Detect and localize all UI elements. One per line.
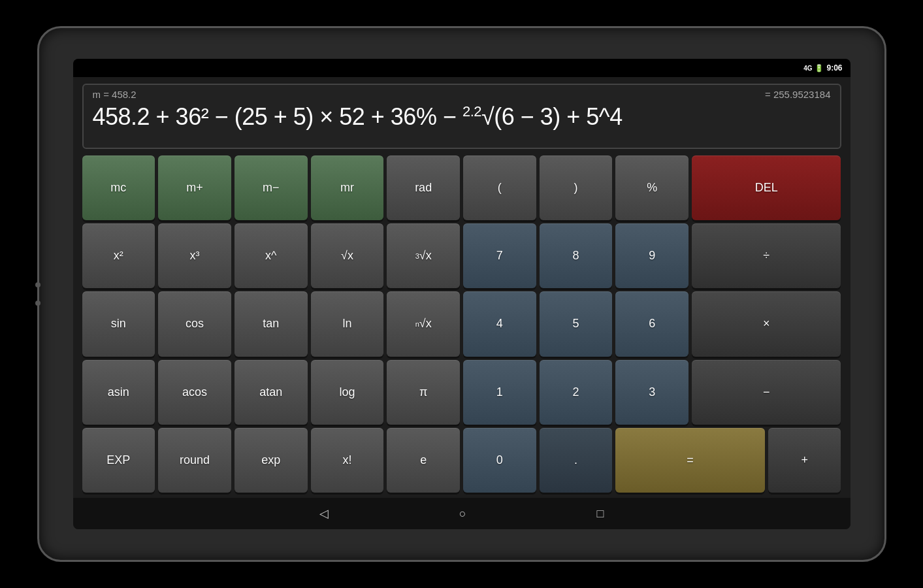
btn-sin[interactable]: sin <box>82 291 155 356</box>
tablet-frame: 4G 🔋 9:06 m = 458.2 = 255.9523184 458.2 … <box>37 26 886 562</box>
nav-recent-icon[interactable]: □ <box>597 507 604 521</box>
display-primary: 458.2 + 36² − (25 + 5) × 52 + 36% − 2.2√… <box>93 103 831 131</box>
side-dot-2 <box>35 301 40 306</box>
btn-pi[interactable]: π <box>387 360 460 425</box>
btn-x2[interactable]: x² <box>82 223 155 288</box>
btn-percent[interactable]: % <box>615 155 688 220</box>
btn-del[interactable]: DEL <box>692 155 841 220</box>
side-buttons <box>35 282 40 306</box>
memory-display: m = 458.2 <box>93 89 137 100</box>
nav-back-icon[interactable]: ◁ <box>319 506 329 521</box>
btn-factorial[interactable]: x! <box>311 428 384 493</box>
status-icons: 4G 🔋 9:06 <box>803 63 842 73</box>
btn-tan[interactable]: tan <box>235 291 308 356</box>
calculator: m = 458.2 = 255.9523184 458.2 + 36² − (2… <box>73 77 850 498</box>
btn-4[interactable]: 4 <box>463 291 536 356</box>
display-area: m = 458.2 = 255.9523184 458.2 + 36² − (2… <box>82 84 841 149</box>
btn-close-paren[interactable]: ) <box>540 155 613 220</box>
time-display: 9:06 <box>826 63 842 73</box>
nav-bar: ◁ ○ □ <box>73 498 850 529</box>
button-grid: mc m+ m− mr rad ( ) % DEL x² x³ x^ √x 3√… <box>82 155 841 493</box>
btn-multiply[interactable]: × <box>692 291 841 356</box>
btn-3[interactable]: 3 <box>615 360 688 425</box>
btn-ln[interactable]: ln <box>311 291 384 356</box>
btn-mc[interactable]: mc <box>82 155 155 220</box>
btn-exp-upper[interactable]: EXP <box>82 428 155 493</box>
btn-xpow[interactable]: x^ <box>235 223 308 288</box>
btn-exp-lower[interactable]: exp <box>235 428 308 493</box>
btn-mr[interactable]: mr <box>311 155 384 220</box>
btn-cos[interactable]: cos <box>158 291 231 356</box>
btn-add[interactable]: + <box>768 428 841 493</box>
btn-round[interactable]: round <box>158 428 231 493</box>
btn-2[interactable]: 2 <box>540 360 613 425</box>
status-bar: 4G 🔋 9:06 <box>73 59 850 77</box>
btn-8[interactable]: 8 <box>540 223 613 288</box>
btn-1[interactable]: 1 <box>463 360 536 425</box>
tablet-screen: 4G 🔋 9:06 m = 458.2 = 255.9523184 458.2 … <box>73 59 850 529</box>
btn-7[interactable]: 7 <box>463 223 536 288</box>
display-secondary: m = 458.2 = 255.9523184 <box>93 89 831 100</box>
btn-rad[interactable]: rad <box>387 155 460 220</box>
btn-log[interactable]: log <box>311 360 384 425</box>
btn-e[interactable]: e <box>387 428 460 493</box>
btn-dot[interactable]: . <box>540 428 613 493</box>
btn-mplus[interactable]: m+ <box>158 155 231 220</box>
btn-subtract[interactable]: − <box>692 360 841 425</box>
btn-open-paren[interactable]: ( <box>463 155 536 220</box>
btn-sqrt[interactable]: √x <box>311 223 384 288</box>
btn-nrt[interactable]: n√x <box>387 291 460 356</box>
btn-5[interactable]: 5 <box>540 291 613 356</box>
btn-cbrt[interactable]: 3√x <box>387 223 460 288</box>
btn-equals[interactable]: = <box>615 428 764 493</box>
btn-asin[interactable]: asin <box>82 360 155 425</box>
side-dot-1 <box>35 282 40 287</box>
signal-icon: 4G <box>803 65 812 72</box>
result-preview: = 255.9523184 <box>765 89 831 100</box>
btn-6[interactable]: 6 <box>615 291 688 356</box>
nav-home-icon[interactable]: ○ <box>459 507 466 521</box>
btn-acos[interactable]: acos <box>158 360 231 425</box>
btn-0[interactable]: 0 <box>463 428 536 493</box>
btn-x3[interactable]: x³ <box>158 223 231 288</box>
battery-icon: 🔋 <box>815 64 824 73</box>
btn-divide[interactable]: ÷ <box>692 223 841 288</box>
btn-atan[interactable]: atan <box>235 360 308 425</box>
btn-9[interactable]: 9 <box>615 223 688 288</box>
btn-mminus[interactable]: m− <box>235 155 308 220</box>
